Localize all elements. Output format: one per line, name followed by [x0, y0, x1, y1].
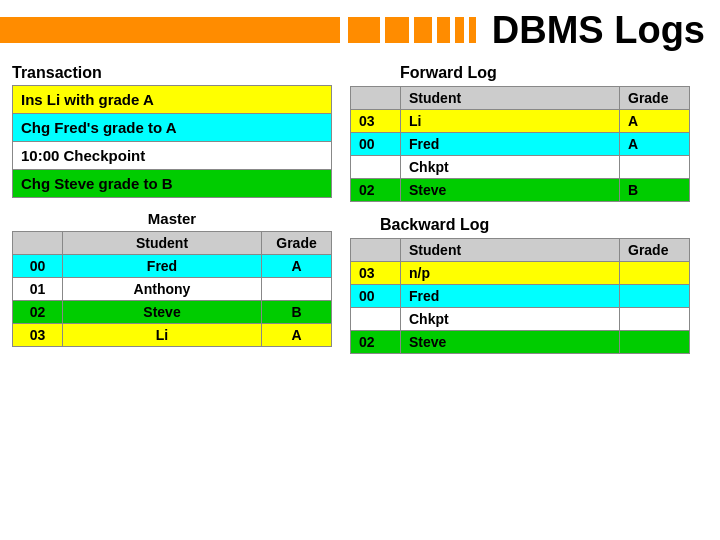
fwd-row-02: 02 Steve B: [351, 179, 690, 202]
transaction-section: Transaction Ins Li with grade A Chg Fred…: [12, 64, 332, 198]
master-id-03: 03: [13, 324, 63, 347]
forward-log-title: Forward Log: [350, 64, 690, 82]
transaction-row-4: Chg Steve grade to B: [13, 170, 332, 198]
transaction-cell-2: Chg Fred's grade to A: [13, 114, 332, 142]
fwd-header-id: [351, 87, 401, 110]
bwd-row-02: 02 Steve: [351, 331, 690, 354]
bwd-row-chkpt: Chkpt: [351, 308, 690, 331]
master-header-student: Student: [63, 232, 262, 255]
forward-log-table: Student Grade 03 Li A 00 Fred: [350, 86, 690, 202]
fwd-id-02: 02: [351, 179, 401, 202]
fwd-student-03: Li: [401, 110, 620, 133]
transaction-cell-1: Ins Li with grade A: [13, 86, 332, 114]
fwd-header-student: Student: [401, 87, 620, 110]
fwd-grade-00: A: [620, 133, 690, 156]
fwd-row-chkpt: Chkpt: [351, 156, 690, 179]
master-row-00: 00 Fred A: [13, 255, 332, 278]
right-panel: Forward Log Student Grade 03 Li: [350, 64, 690, 354]
master-student-02: Steve: [63, 301, 262, 324]
transaction-table: Ins Li with grade A Chg Fred's grade to …: [12, 85, 332, 198]
fwd-grade-chkpt: [620, 156, 690, 179]
fwd-id-chkpt: [351, 156, 401, 179]
fwd-id-03: 03: [351, 110, 401, 133]
stripe-3: [414, 17, 432, 43]
bwd-student-chkpt: Chkpt: [401, 308, 620, 331]
master-id-02: 02: [13, 301, 63, 324]
master-grade-02: B: [262, 301, 332, 324]
master-grade-03: A: [262, 324, 332, 347]
master-id-00: 00: [13, 255, 63, 278]
master-table: Student Grade 00 Fred A 01: [12, 231, 332, 347]
bwd-row-00: 00 Fred: [351, 285, 690, 308]
bwd-header-student: Student: [401, 239, 620, 262]
fwd-grade-03: A: [620, 110, 690, 133]
bwd-id-chkpt: [351, 308, 401, 331]
transaction-cell-3: 10:00 Checkpoint: [13, 142, 332, 170]
bwd-id-02: 02: [351, 331, 401, 354]
stripe-1: [348, 17, 380, 43]
fwd-header-grade: Grade: [620, 87, 690, 110]
backward-log-section: Backward Log Student Grade 03 n/p: [350, 216, 690, 354]
master-row-01: 01 Anthony: [13, 278, 332, 301]
master-student-03: Li: [63, 324, 262, 347]
page-wrapper: DBMS Logs Transaction Ins Li with grade …: [0, 0, 720, 358]
bwd-row-03: 03 n/p: [351, 262, 690, 285]
backward-log-table: Student Grade 03 n/p 00 Fred: [350, 238, 690, 354]
stripe-section: [340, 17, 484, 43]
orange-bar-left: [0, 17, 340, 43]
bwd-id-00: 00: [351, 285, 401, 308]
bwd-grade-00: [620, 285, 690, 308]
transaction-title: Transaction: [12, 64, 332, 82]
fwd-student-00: Fred: [401, 133, 620, 156]
fwd-grade-02: B: [620, 179, 690, 202]
transaction-cell-4: Chg Steve grade to B: [13, 170, 332, 198]
bwd-header-id: [351, 239, 401, 262]
fwd-row-00: 00 Fred A: [351, 133, 690, 156]
master-student-01: Anthony: [63, 278, 262, 301]
master-student-00: Fred: [63, 255, 262, 278]
transaction-row-1: Ins Li with grade A: [13, 86, 332, 114]
bwd-student-00: Fred: [401, 285, 620, 308]
fwd-header-row: Student Grade: [351, 87, 690, 110]
forward-log-section: Forward Log Student Grade 03 Li: [350, 64, 690, 202]
master-grade-01: [262, 278, 332, 301]
main-content: Transaction Ins Li with grade A Chg Fred…: [0, 60, 720, 358]
stripe-5: [455, 17, 464, 43]
fwd-student-02: Steve: [401, 179, 620, 202]
master-header-grade: Grade: [262, 232, 332, 255]
page-title: DBMS Logs: [492, 9, 720, 52]
fwd-row-03: 03 Li A: [351, 110, 690, 133]
transaction-row-3: 10:00 Checkpoint: [13, 142, 332, 170]
bwd-student-03: n/p: [401, 262, 620, 285]
bwd-grade-02: [620, 331, 690, 354]
stripe-2: [385, 17, 409, 43]
backward-log-title: Backward Log: [350, 216, 690, 234]
fwd-student-chkpt: Chkpt: [401, 156, 620, 179]
master-section: Master Student Grade 00 Fred A: [12, 210, 332, 347]
bwd-id-03: 03: [351, 262, 401, 285]
bwd-header-grade: Grade: [620, 239, 690, 262]
master-row-02: 02 Steve B: [13, 301, 332, 324]
master-grade-00: A: [262, 255, 332, 278]
master-header-row: Student Grade: [13, 232, 332, 255]
master-header-id: [13, 232, 63, 255]
transaction-row-2: Chg Fred's grade to A: [13, 114, 332, 142]
stripe-4: [437, 17, 450, 43]
master-id-01: 01: [13, 278, 63, 301]
left-panel: Transaction Ins Li with grade A Chg Fred…: [12, 64, 332, 354]
stripe-6: [469, 17, 476, 43]
master-title: Master: [12, 210, 332, 227]
title-row: DBMS Logs: [0, 0, 720, 60]
bwd-grade-chkpt: [620, 308, 690, 331]
bwd-student-02: Steve: [401, 331, 620, 354]
bwd-grade-03: [620, 262, 690, 285]
fwd-id-00: 00: [351, 133, 401, 156]
bwd-header-row: Student Grade: [351, 239, 690, 262]
master-row-03: 03 Li A: [13, 324, 332, 347]
